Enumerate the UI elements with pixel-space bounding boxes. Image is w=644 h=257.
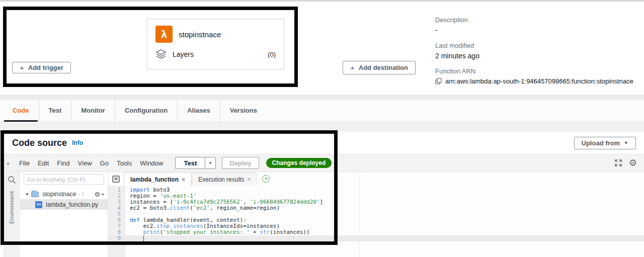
goto-anything-input[interactable] [24,174,104,185]
file-name: lambda_function.py [46,201,98,208]
close-icon[interactable]: × [182,176,185,183]
changes-deployed-badge: Changes deployed [266,158,332,168]
add-destination-label: Add destination [359,64,408,71]
plus-icon: + [350,63,355,72]
tab-list-icon[interactable] [112,176,120,183]
lambda-icon: λ [155,26,173,43]
plus-icon: + [20,63,24,72]
info-link[interactable]: Info [72,139,83,146]
menu-file[interactable]: File [15,159,34,167]
lambda-console-page: λ stopinstnace Layers (0) + Add trigger [0,0,644,257]
section-divider [0,122,644,132]
tab-code[interactable]: Code [3,100,39,122]
copy-icon[interactable] [435,78,442,84]
tab-aliases[interactable]: Aliases [177,100,220,122]
tree-folder-row[interactable]: ▼ stopinstnace - / ⚙ ▼ [20,189,108,199]
function-overview-section: λ stopinstnace Layers (0) + Add trigger [0,2,644,95]
folder-icon [31,192,39,197]
menu-window[interactable]: Window [136,159,167,167]
upload-from-button[interactable]: Upload from ▼ [574,137,636,149]
menu-view[interactable]: View [74,159,96,167]
file-explorer-sidebar: ▼ stopinstnace - / ⚙ ▼ <> lambda_functio… [20,172,108,257]
menu-tools[interactable]: Tools [113,159,136,167]
test-split-button[interactable]: Test ▼ [175,157,216,169]
tab-versions[interactable]: Versions [220,100,267,122]
search-icon[interactable] [8,176,16,184]
gear-icon[interactable]: ⚙ [629,158,637,167]
code-editor: lambda_function × Execution results × + … [108,172,644,257]
tab-monitor[interactable]: Monitor [71,100,115,122]
editor-tab-execution-results[interactable]: Execution results × [192,173,257,186]
folder-suffix: - / [78,191,84,197]
last-modified-value: 2 minutes ago [435,52,636,60]
close-icon[interactable]: × [247,176,251,183]
layers-count: (0) [268,51,276,58]
layers-row[interactable]: Layers (0) [155,49,276,59]
description-label: Description [435,16,636,24]
chevron-down-icon[interactable]: ▼ [205,157,216,169]
menu-go[interactable]: Go [96,159,113,167]
code-line[interactable]: 4ec2 = boto3.client('ec2', region_name=r… [108,205,644,211]
deploy-button[interactable]: Deploy [222,157,259,169]
upload-from-label: Upload from [582,139,620,147]
add-tab-icon[interactable]: + [262,175,270,183]
code-line[interactable]: 8 print('stopped your instances: ' + str… [108,229,644,235]
layers-icon [155,49,167,59]
code-source-panel: Code source Info Upload from ▼ ▲ File Ed… [0,132,644,257]
test-button-label[interactable]: Test [175,157,205,169]
layers-label: Layers [173,50,194,58]
editor-tab-strip: lambda_function × Execution results × + [108,172,644,186]
chevron-down-icon: ▼ [624,140,628,145]
environment-rail: Environment [3,172,20,257]
code-line[interactable]: 9 [108,235,644,241]
function-card[interactable]: λ stopinstnace Layers (0) [147,19,284,69]
function-name: stopinstnace [179,30,221,39]
editor-toolbar: ▲ File Edit Find View Go Tools Window Te… [0,154,644,172]
editor-tab-label: lambda_function [130,176,179,183]
editor-tab-lambda-function[interactable]: lambda_function × [124,173,192,186]
tab-test[interactable]: Test [39,100,71,122]
editor-tab-label: Execution results [198,176,244,183]
add-destination-button[interactable]: + Add destination [343,61,416,74]
function-tabs: Code Test Monitor Configuration Aliases … [0,100,644,122]
function-info-column: Description - Last modified 2 minutes ag… [435,16,636,93]
function-arn-value[interactable]: arn:aws:lambda:ap-south-1:946457098665:f… [445,77,633,85]
last-modified-label: Last modified [435,42,636,49]
caret-down-icon[interactable]: ▼ [25,192,31,197]
chevron-down-icon: ▼ [101,193,105,196]
description-value: - [435,26,636,34]
section-divider [0,95,644,100]
code-lines[interactable]: 1import boto32region = 'us-east-1'3insta… [108,186,644,257]
menu-edit[interactable]: Edit [34,159,53,167]
folder-name: stopinstnace [42,191,76,198]
tree-file-row-selected[interactable]: <> lambda_function.py [20,199,108,210]
collapse-icon[interactable]: ▲ [6,161,10,165]
code-source-title: Code source [12,138,67,148]
add-trigger-label: Add trigger [28,64,63,71]
tree-settings-gear-icon[interactable]: ⚙ [94,191,100,198]
python-file-icon: <> [35,201,42,208]
fullscreen-icon[interactable] [615,159,622,166]
environment-tab-label[interactable]: Environment [9,191,15,224]
function-arn-label: Function ARN [435,67,636,75]
menu-find[interactable]: Find [53,159,73,167]
tab-configuration[interactable]: Configuration [115,100,177,122]
add-trigger-button[interactable]: + Add trigger [12,62,71,73]
